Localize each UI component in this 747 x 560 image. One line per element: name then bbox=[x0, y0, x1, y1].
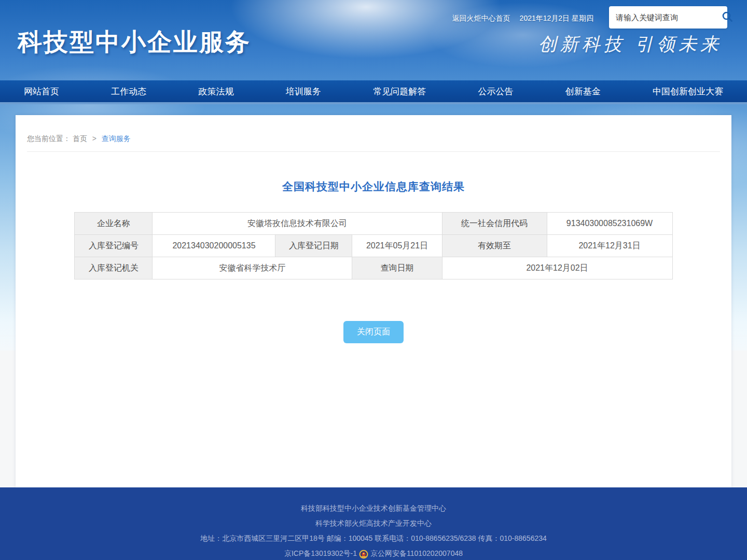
search-box bbox=[609, 6, 727, 29]
footer-org-line-1: 科技部科技型中小企业技术创新基金管理中心 bbox=[0, 487, 747, 516]
page: 返回火炬中心首页 2021年12月2日 星期四 科技型中小企业服务 创新科技 引… bbox=[0, 0, 747, 560]
content-panel: 您当前位置： 首页 > 查询服务 全国科技型中小企业信息库查询结果 企业名称 安… bbox=[16, 115, 731, 487]
table-row: 入库登记编号 202134030200005135 入库登记日期 2021年05… bbox=[75, 235, 672, 257]
site-header: 返回火炬中心首页 2021年12月2日 星期四 科技型中小企业服务 创新科技 引… bbox=[0, 0, 747, 80]
nav-item-announcements[interactable]: 公示公告 bbox=[475, 86, 516, 97]
header-top-links: 返回火炬中心首页 2021年12月2日 星期四 bbox=[452, 14, 593, 23]
nav-item-policies[interactable]: 政策法规 bbox=[196, 86, 237, 97]
footer-address-line: 地址：北京市西城区三里河二区甲18号 邮编：100045 联系电话：010-88… bbox=[0, 531, 747, 546]
reg-date-value: 2021年05月21日 bbox=[352, 235, 442, 257]
credit-code-value: 91340300085231069W bbox=[547, 213, 672, 235]
reg-authority-label: 入库登记机关 bbox=[75, 257, 153, 279]
site-slogan: 创新科技 引领未来 bbox=[538, 32, 722, 57]
company-name-value: 安徽塔孜信息技术有限公司 bbox=[153, 213, 442, 235]
nav-item-innovation-competition[interactable]: 中国创新创业大赛 bbox=[649, 86, 726, 97]
reg-authority-value: 安徽省科学技术厅 bbox=[153, 257, 352, 279]
query-date-value: 2021年12月02日 bbox=[442, 257, 672, 279]
footer-beian-row: 京ICP备13019302号-1 京公网安备11010202007048 bbox=[0, 546, 747, 560]
valid-until-label: 有效期至 bbox=[442, 235, 547, 257]
police-badge-icon bbox=[359, 549, 368, 558]
reg-number-value: 202134030200005135 bbox=[153, 235, 275, 257]
nav-item-training[interactable]: 培训服务 bbox=[283, 86, 324, 97]
table-row: 企业名称 安徽塔孜信息技术有限公司 统一社会信用代码 9134030008523… bbox=[75, 213, 672, 235]
icp-license-link[interactable]: 京ICP备13019302号-1 bbox=[284, 546, 357, 560]
main-nav: 网站首页 工作动态 政策法规 培训服务 常见问题解答 公示公告 创新基金 中国创… bbox=[0, 80, 747, 104]
page-title: 全国科技型中小企业信息库查询结果 bbox=[16, 179, 731, 194]
search-button[interactable] bbox=[721, 6, 734, 29]
search-icon bbox=[721, 10, 734, 24]
footer-org-line-2: 科学技术部火炬高技术产业开发中心 bbox=[0, 516, 747, 531]
site-footer: 科技部科技型中小企业技术创新基金管理中心 科学技术部火炬高技术产业开发中心 地址… bbox=[0, 487, 747, 560]
back-to-torch-center-link[interactable]: 返回火炬中心首页 bbox=[452, 14, 510, 23]
breadcrumb: 您当前位置： 首页 > 查询服务 bbox=[27, 115, 720, 152]
nav-item-innovation-fund[interactable]: 创新基金 bbox=[562, 86, 604, 97]
valid-until-value: 2021年12月31日 bbox=[547, 235, 672, 257]
breadcrumb-current-link[interactable]: 查询服务 bbox=[102, 134, 131, 143]
public-security-record-link[interactable]: 京公网安备11010202007048 bbox=[370, 546, 463, 560]
nav-item-home[interactable]: 网站首页 bbox=[21, 86, 62, 97]
breadcrumb-separator: > bbox=[92, 134, 96, 143]
site-logo[interactable]: 科技型中小企业服务 bbox=[18, 26, 251, 59]
company-name-label: 企业名称 bbox=[75, 213, 153, 235]
query-date-label: 查询日期 bbox=[352, 257, 442, 279]
nav-item-faq[interactable]: 常见问题解答 bbox=[370, 86, 429, 97]
reg-date-label: 入库登记日期 bbox=[275, 235, 352, 257]
credit-code-label: 统一社会信用代码 bbox=[442, 213, 547, 235]
reg-number-label: 入库登记编号 bbox=[75, 235, 153, 257]
search-input[interactable] bbox=[609, 6, 721, 29]
breadcrumb-prefix: 您当前位置： bbox=[27, 134, 71, 143]
breadcrumb-home-link[interactable]: 首页 bbox=[73, 134, 87, 143]
query-result-table: 企业名称 安徽塔孜信息技术有限公司 统一社会信用代码 9134030008523… bbox=[74, 212, 672, 279]
nav-item-work-news[interactable]: 工作动态 bbox=[108, 86, 149, 97]
close-page-button[interactable]: 关闭页面 bbox=[343, 321, 404, 343]
table-row: 入库登记机关 安徽省科学技术厅 查询日期 2021年12月02日 bbox=[75, 257, 672, 279]
current-date-text: 2021年12月2日 星期四 bbox=[520, 14, 593, 23]
